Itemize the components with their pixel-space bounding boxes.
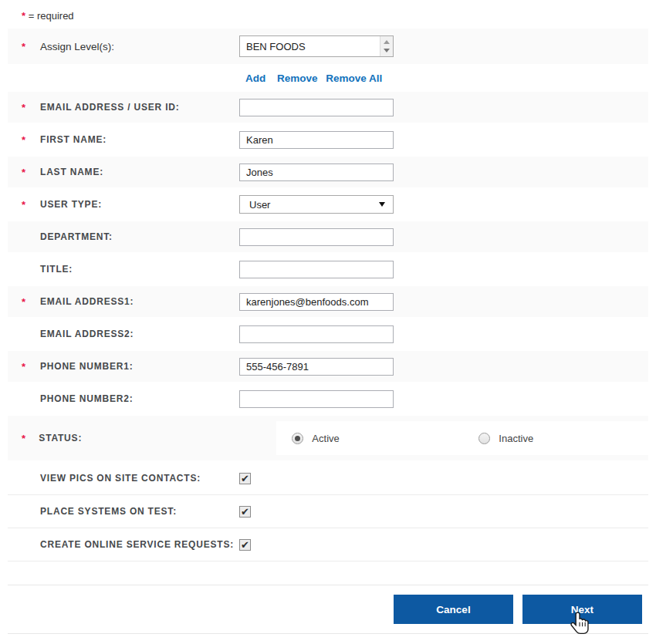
assign-levels-label: Assign Level(s): [40, 41, 239, 52]
service-requests-checkbox[interactable] [239, 539, 251, 551]
user-type-label: USER TYPE: [40, 199, 239, 210]
email2-label: EMAIL ADDRESS2: [40, 329, 239, 339]
assign-levels-listbox[interactable]: BEN FOODS [239, 35, 394, 57]
title-input[interactable] [239, 261, 394, 278]
department-label: DEPARTMENT: [40, 231, 239, 242]
email-userid-input[interactable] [239, 99, 394, 116]
required-asterisk: * [8, 41, 40, 52]
required-asterisk: * [8, 102, 40, 113]
email1-input[interactable] [239, 293, 394, 311]
row-status: * STATUS: Active Inactive [8, 416, 648, 460]
required-asterisk: * [8, 361, 40, 373]
row-level-actions: Add Remove Remove All [8, 66, 648, 90]
department-input[interactable] [239, 228, 394, 246]
email1-label: EMAIL ADDRESS1: [40, 296, 239, 307]
dropdown-arrow-icon [379, 202, 385, 207]
row-phone2: PHONE NUMBER2: [8, 383, 648, 414]
row-last-name: * LAST NAME: [8, 157, 648, 187]
row-first-name: * FIRST NAME: [8, 124, 648, 155]
row-email2: EMAIL ADDRESS2: [8, 319, 648, 349]
remove-link[interactable]: Remove [277, 72, 318, 84]
phone2-input[interactable] [239, 390, 394, 408]
last-name-input[interactable] [239, 164, 394, 181]
row-place-systems: PLACE SYSTEMS ON TEST: [8, 495, 648, 528]
user-type-select[interactable]: User [239, 195, 394, 214]
scroll-down-icon[interactable] [384, 49, 390, 52]
required-note: * = required [22, 10, 656, 22]
row-phone1: * PHONE NUMBER1: [8, 351, 648, 382]
place-systems-checkbox[interactable] [239, 506, 251, 518]
required-asterisk: * [8, 296, 40, 308]
status-active-label: Active [312, 433, 339, 444]
remove-all-link[interactable]: Remove All [326, 72, 382, 84]
next-button[interactable]: Next [522, 595, 642, 624]
service-requests-label: CREATE ONLINE SERVICE REQUESTS: [40, 539, 239, 550]
user-type-value: User [240, 199, 379, 211]
row-view-pics: VIEW PICS ON SITE CONTACTS: [8, 462, 648, 495]
view-pics-label: VIEW PICS ON SITE CONTACTS: [40, 473, 239, 484]
required-asterisk: * [22, 10, 25, 22]
phone1-label: PHONE NUMBER1: [40, 361, 239, 372]
required-asterisk: * [8, 167, 40, 178]
view-pics-checkbox[interactable] [239, 473, 251, 484]
phone1-input[interactable] [239, 358, 394, 376]
radio-active-icon[interactable] [292, 433, 303, 444]
required-asterisk: * [8, 199, 40, 211]
row-department: DEPARTMENT: [8, 221, 648, 252]
scroll-up-icon[interactable] [384, 40, 390, 44]
required-asterisk: * [8, 134, 40, 146]
required-asterisk: * [8, 433, 39, 444]
cancel-button[interactable]: Cancel [394, 595, 513, 624]
user-form: * Assign Level(s): BEN FOODS Add Remove … [8, 29, 648, 561]
email-userid-label: EMAIL ADDRESS / USER ID: [40, 102, 239, 113]
row-assign-levels: * Assign Level(s): BEN FOODS [8, 29, 648, 64]
listbox-scrollbar[interactable] [380, 36, 393, 56]
title-label: TITLE: [40, 264, 239, 275]
place-systems-label: PLACE SYSTEMS ON TEST: [40, 506, 239, 517]
row-service-requests: CREATE ONLINE SERVICE REQUESTS: [8, 528, 648, 561]
first-name-label: FIRST NAME: [40, 134, 239, 145]
radio-inactive-icon[interactable] [478, 433, 490, 444]
status-radio-group: Active Inactive [276, 421, 648, 455]
email2-input[interactable] [239, 325, 394, 343]
required-note-text: = required [29, 10, 74, 22]
row-title: TITLE: [8, 254, 648, 285]
add-link[interactable]: Add [245, 72, 265, 84]
row-user-type: * USER TYPE: User [8, 189, 648, 220]
row-email-userid: * EMAIL ADDRESS / USER ID: [8, 92, 648, 123]
button-bar: Cancel Next [0, 585, 656, 633]
row-email1: * EMAIL ADDRESS1: [8, 286, 648, 317]
assign-levels-value: BEN FOODS [240, 36, 380, 56]
status-option-inactive[interactable]: Inactive [478, 433, 533, 444]
status-inactive-label: Inactive [499, 433, 533, 444]
phone2-label: PHONE NUMBER2: [40, 393, 239, 404]
first-name-input[interactable] [239, 131, 394, 149]
status-option-active[interactable]: Active [292, 433, 478, 444]
footer-divider-bottom [8, 633, 648, 634]
last-name-label: LAST NAME: [40, 167, 239, 177]
